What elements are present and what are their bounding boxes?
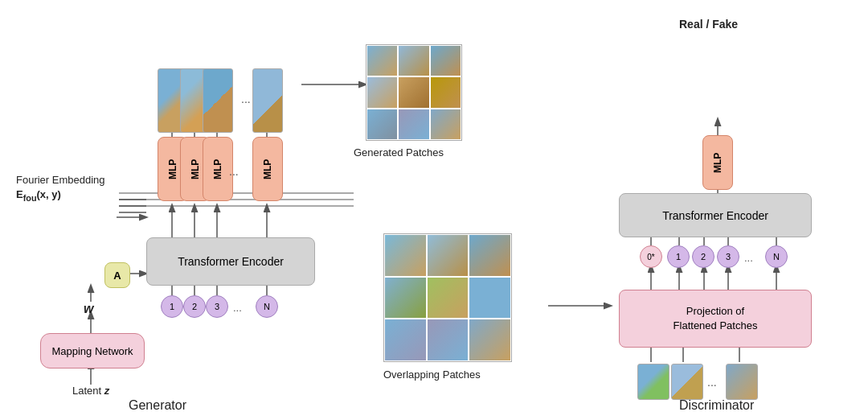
gen-mlp-2-label: MLP [190, 159, 201, 179]
w-label: w [84, 302, 93, 316]
disc-mlp: MLP [702, 135, 733, 190]
diagram: Mapping Network Latent z w A Fourier Emb… [0, 0, 868, 420]
a-label: A [113, 270, 121, 282]
gen-token-1: 1 [161, 295, 183, 318]
projection-box: Projection ofFlattened Patches [619, 290, 812, 348]
discriminator-title: Discriminator [679, 398, 754, 413]
gen-token-dots: ... [233, 302, 242, 314]
disc-transformer-encoder: Transformer Encoder [619, 193, 812, 237]
gen-patch-4 [252, 68, 283, 133]
gen-mlp-4: MLP [252, 137, 283, 201]
overlapping-patches-image [383, 233, 512, 362]
disc-token-0star: 0* [640, 245, 662, 268]
disc-token-n: N [765, 245, 788, 268]
disc-patch-1 [637, 364, 669, 400]
fourier-embedding-label: Fourier Embedding Efou(x, y) [16, 173, 117, 204]
gen-mlp-4-label: MLP [262, 159, 273, 179]
disc-token-3: 3 [717, 245, 739, 268]
generated-patches-label: Generated Patches [354, 146, 444, 159]
gen-patch-dots: ... [241, 93, 251, 105]
gen-mlp-3-label: MLP [212, 159, 223, 179]
overlapping-patches-label: Overlapping Patches [383, 369, 481, 381]
disc-transformer-label: Transformer Encoder [662, 209, 768, 222]
gen-token-n: N [256, 295, 278, 318]
gen-transformer-encoder: Transformer Encoder [146, 237, 315, 286]
generator-title: Generator [129, 398, 186, 413]
disc-token-1: 1 [667, 245, 690, 268]
gen-mlp-1-label: MLP [167, 159, 178, 179]
disc-token-dots: ... [744, 252, 753, 264]
gen-mlp-dots: ... [229, 165, 239, 178]
disc-token-2: 2 [692, 245, 714, 268]
mapping-network-label: Mapping Network [51, 345, 133, 357]
gen-token-3: 3 [206, 295, 228, 318]
gen-transformer-label: Transformer Encoder [178, 255, 284, 268]
latent-z-label: Latent z [72, 385, 109, 397]
projection-label: Projection ofFlattened Patches [674, 304, 758, 333]
gen-patch-3 [203, 68, 233, 133]
a-box: A [104, 262, 130, 288]
disc-patch-3 [726, 364, 758, 400]
disc-mlp-label: MLP [712, 152, 723, 172]
gen-token-2: 2 [183, 295, 206, 318]
disc-patch-dots: ... [707, 364, 717, 400]
disc-patch-2 [671, 364, 703, 400]
generated-image [366, 44, 462, 141]
mapping-network-box: Mapping Network [40, 333, 145, 369]
real-fake-label: Real / Fake [679, 18, 738, 31]
